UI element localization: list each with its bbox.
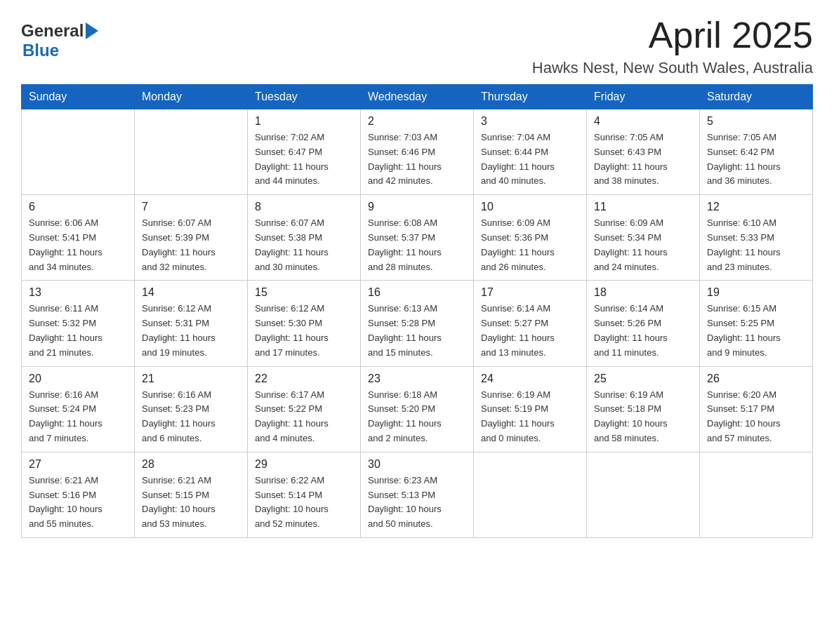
day-info: Sunrise: 6:07 AM Sunset: 5:38 PM Dayligh… xyxy=(255,216,353,274)
day-info: Sunrise: 6:08 AM Sunset: 5:37 PM Dayligh… xyxy=(368,216,466,274)
day-number: 22 xyxy=(255,373,353,385)
calendar-day-cell xyxy=(700,452,813,537)
calendar-day-cell xyxy=(474,452,587,537)
day-number: 27 xyxy=(29,458,127,471)
calendar-day-cell: 6Sunrise: 6:06 AM Sunset: 5:41 PM Daylig… xyxy=(22,195,135,281)
day-number: 30 xyxy=(368,458,466,471)
day-number: 14 xyxy=(142,286,240,299)
calendar-table: SundayMondayTuesdayWednesdayThursdayFrid… xyxy=(21,84,813,538)
day-header-monday: Monday xyxy=(135,85,248,109)
day-number: 3 xyxy=(481,115,579,128)
day-number: 1 xyxy=(255,115,353,128)
day-info: Sunrise: 6:09 AM Sunset: 5:36 PM Dayligh… xyxy=(481,216,579,274)
day-info: Sunrise: 7:04 AM Sunset: 6:44 PM Dayligh… xyxy=(481,130,579,189)
day-number: 28 xyxy=(142,458,240,471)
calendar-day-cell: 22Sunrise: 6:17 AM Sunset: 5:22 PM Dayli… xyxy=(248,366,361,452)
calendar-day-cell: 11Sunrise: 6:09 AM Sunset: 5:34 PM Dayli… xyxy=(587,195,700,281)
day-number: 9 xyxy=(368,201,466,213)
logo-blue-text: Blue xyxy=(22,41,59,60)
day-number: 17 xyxy=(481,286,579,299)
day-info: Sunrise: 6:14 AM Sunset: 5:27 PM Dayligh… xyxy=(481,302,579,360)
day-number: 12 xyxy=(707,201,805,213)
calendar-day-cell: 9Sunrise: 6:08 AM Sunset: 5:37 PM Daylig… xyxy=(361,195,474,281)
calendar-day-cell: 12Sunrise: 6:10 AM Sunset: 5:33 PM Dayli… xyxy=(700,195,813,281)
day-info: Sunrise: 7:03 AM Sunset: 6:46 PM Dayligh… xyxy=(368,130,466,189)
calendar-week-row: 20Sunrise: 6:16 AM Sunset: 5:24 PM Dayli… xyxy=(22,366,813,452)
day-info: Sunrise: 6:20 AM Sunset: 5:17 PM Dayligh… xyxy=(707,388,805,446)
day-info: Sunrise: 7:02 AM Sunset: 6:47 PM Dayligh… xyxy=(255,130,353,189)
calendar-day-cell: 13Sunrise: 6:11 AM Sunset: 5:32 PM Dayli… xyxy=(22,281,135,366)
day-number: 5 xyxy=(707,115,805,128)
day-header-sunday: Sunday xyxy=(22,85,135,109)
calendar-day-cell: 10Sunrise: 6:09 AM Sunset: 5:36 PM Dayli… xyxy=(474,195,587,281)
day-number: 11 xyxy=(594,201,692,213)
day-info: Sunrise: 6:21 AM Sunset: 5:16 PM Dayligh… xyxy=(29,474,127,532)
calendar-day-cell: 1Sunrise: 7:02 AM Sunset: 6:47 PM Daylig… xyxy=(248,109,361,195)
day-info: Sunrise: 6:19 AM Sunset: 5:18 PM Dayligh… xyxy=(594,388,692,446)
calendar-day-cell: 5Sunrise: 7:05 AM Sunset: 6:42 PM Daylig… xyxy=(700,109,813,195)
day-info: Sunrise: 6:23 AM Sunset: 5:13 PM Dayligh… xyxy=(368,474,466,532)
day-header-wednesday: Wednesday xyxy=(361,85,474,109)
calendar-day-cell: 24Sunrise: 6:19 AM Sunset: 5:19 PM Dayli… xyxy=(474,366,587,452)
day-number: 13 xyxy=(29,286,127,299)
day-number: 25 xyxy=(594,373,692,385)
day-number: 20 xyxy=(29,373,127,385)
logo: General Blue xyxy=(21,21,98,60)
calendar-day-cell: 30Sunrise: 6:23 AM Sunset: 5:13 PM Dayli… xyxy=(361,452,474,537)
calendar-day-cell: 19Sunrise: 6:15 AM Sunset: 5:25 PM Dayli… xyxy=(700,281,813,366)
calendar-week-row: 6Sunrise: 6:06 AM Sunset: 5:41 PM Daylig… xyxy=(22,195,813,281)
calendar-day-cell xyxy=(135,109,248,195)
day-info: Sunrise: 6:07 AM Sunset: 5:39 PM Dayligh… xyxy=(142,216,240,274)
calendar-day-cell: 26Sunrise: 6:20 AM Sunset: 5:17 PM Dayli… xyxy=(700,366,813,452)
calendar-day-cell: 4Sunrise: 7:05 AM Sunset: 6:43 PM Daylig… xyxy=(587,109,700,195)
calendar-day-cell: 23Sunrise: 6:18 AM Sunset: 5:20 PM Dayli… xyxy=(361,366,474,452)
calendar-day-cell: 14Sunrise: 6:12 AM Sunset: 5:31 PM Dayli… xyxy=(135,281,248,366)
logo-general-text: General xyxy=(21,21,84,41)
calendar-day-cell: 21Sunrise: 6:16 AM Sunset: 5:23 PM Dayli… xyxy=(135,366,248,452)
calendar-day-cell: 29Sunrise: 6:22 AM Sunset: 5:14 PM Dayli… xyxy=(248,452,361,537)
day-number: 19 xyxy=(707,286,805,299)
logo-triangle-icon xyxy=(86,22,98,39)
day-number: 18 xyxy=(594,286,692,299)
day-number: 4 xyxy=(594,115,692,128)
calendar-day-cell: 25Sunrise: 6:19 AM Sunset: 5:18 PM Dayli… xyxy=(587,366,700,452)
day-header-saturday: Saturday xyxy=(700,85,813,109)
calendar-day-cell: 15Sunrise: 6:12 AM Sunset: 5:30 PM Dayli… xyxy=(248,281,361,366)
day-info: Sunrise: 6:19 AM Sunset: 5:19 PM Dayligh… xyxy=(481,388,579,446)
day-number: 23 xyxy=(368,373,466,385)
day-info: Sunrise: 6:14 AM Sunset: 5:26 PM Dayligh… xyxy=(594,302,692,360)
calendar-day-cell: 20Sunrise: 6:16 AM Sunset: 5:24 PM Dayli… xyxy=(22,366,135,452)
day-number: 10 xyxy=(481,201,579,213)
day-info: Sunrise: 7:05 AM Sunset: 6:43 PM Dayligh… xyxy=(594,130,692,189)
page-header: General Blue April 2025 Hawks Nest, New … xyxy=(21,14,813,77)
calendar-day-cell: 8Sunrise: 6:07 AM Sunset: 5:38 PM Daylig… xyxy=(248,195,361,281)
calendar-week-row: 13Sunrise: 6:11 AM Sunset: 5:32 PM Dayli… xyxy=(22,281,813,366)
day-info: Sunrise: 6:06 AM Sunset: 5:41 PM Dayligh… xyxy=(29,216,127,274)
day-info: Sunrise: 6:10 AM Sunset: 5:33 PM Dayligh… xyxy=(707,216,805,274)
day-info: Sunrise: 6:12 AM Sunset: 5:31 PM Dayligh… xyxy=(142,302,240,360)
day-info: Sunrise: 6:16 AM Sunset: 5:24 PM Dayligh… xyxy=(29,388,127,446)
day-header-friday: Friday xyxy=(587,85,700,109)
day-number: 2 xyxy=(368,115,466,128)
calendar-day-cell: 7Sunrise: 6:07 AM Sunset: 5:39 PM Daylig… xyxy=(135,195,248,281)
day-info: Sunrise: 6:15 AM Sunset: 5:25 PM Dayligh… xyxy=(707,302,805,360)
day-number: 26 xyxy=(707,373,805,385)
day-info: Sunrise: 6:11 AM Sunset: 5:32 PM Dayligh… xyxy=(29,302,127,360)
calendar-day-cell: 28Sunrise: 6:21 AM Sunset: 5:15 PM Dayli… xyxy=(135,452,248,537)
calendar-day-cell: 16Sunrise: 6:13 AM Sunset: 5:28 PM Dayli… xyxy=(361,281,474,366)
day-header-tuesday: Tuesday xyxy=(248,85,361,109)
day-info: Sunrise: 6:18 AM Sunset: 5:20 PM Dayligh… xyxy=(368,388,466,446)
day-info: Sunrise: 6:17 AM Sunset: 5:22 PM Dayligh… xyxy=(255,388,353,446)
day-number: 29 xyxy=(255,458,353,471)
day-info: Sunrise: 6:21 AM Sunset: 5:15 PM Dayligh… xyxy=(142,474,240,532)
calendar-subtitle: Hawks Nest, New South Wales, Australia xyxy=(532,59,813,77)
calendar-day-cell xyxy=(22,109,135,195)
day-number: 7 xyxy=(142,201,240,213)
day-header-thursday: Thursday xyxy=(474,85,587,109)
day-info: Sunrise: 6:12 AM Sunset: 5:30 PM Dayligh… xyxy=(255,302,353,360)
calendar-week-row: 1Sunrise: 7:02 AM Sunset: 6:47 PM Daylig… xyxy=(22,109,813,195)
day-number: 8 xyxy=(255,201,353,213)
calendar-title: April 2025 xyxy=(532,14,813,56)
day-info: Sunrise: 6:09 AM Sunset: 5:34 PM Dayligh… xyxy=(594,216,692,274)
calendar-day-cell xyxy=(587,452,700,537)
